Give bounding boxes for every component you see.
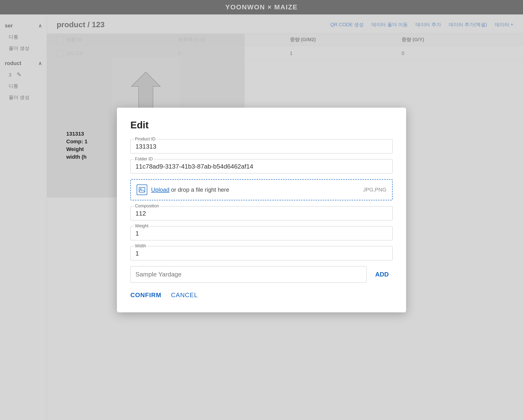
product-id-label: Product ID (134, 136, 156, 142)
upload-icon (137, 184, 147, 195)
modal-actions: CONFIRM CANCEL (131, 291, 392, 299)
svg-marker-0 (131, 72, 160, 108)
composition-input[interactable] (135, 208, 388, 217)
weight-input[interactable] (135, 228, 388, 237)
product-id-field: Product ID (131, 139, 392, 153)
sample-yardage-input[interactable] (131, 266, 367, 283)
sample-add-button[interactable]: ADD (371, 271, 392, 278)
cancel-button[interactable]: CANCEL (171, 291, 198, 299)
product-id-input[interactable] (135, 141, 388, 150)
background-page: YOONWON × MAIZE ser 디통 폴더 생성 roduct 3 ✎ (0, 0, 523, 420)
upload-link[interactable]: Upload (151, 186, 169, 193)
edit-modal: Edit Product ID Folder ID (117, 108, 406, 312)
sample-yardage-row: ADD (131, 266, 392, 283)
svg-point-2 (140, 189, 141, 190)
modal-title: Edit (131, 120, 392, 131)
width-field: Width (131, 246, 392, 260)
width-input[interactable] (135, 248, 388, 257)
upload-text: Upload or drop a file right here (151, 186, 229, 193)
folder-id-field: Folder ID (131, 159, 392, 173)
image-upload-icon (139, 186, 145, 193)
upload-formats: JPG,PNG (363, 187, 386, 193)
confirm-button[interactable]: CONFIRM (131, 291, 161, 299)
upload-left: Upload or drop a file right here (137, 184, 229, 195)
upload-area[interactable]: Upload or drop a file right here JPG,PNG (131, 179, 392, 200)
weight-field: Weight (131, 226, 392, 240)
width-label: Width (134, 244, 147, 248)
composition-field: Composition (131, 206, 392, 220)
modal-overlay: 131313 Comp: 1 Weight width (h 생 닫기 Edit… (0, 0, 523, 420)
svg-rect-1 (139, 187, 145, 192)
weight-label: Weight (134, 223, 149, 229)
composition-label: Composition (134, 204, 160, 209)
folder-id-input[interactable] (135, 161, 388, 170)
folder-id-label: Folder ID (134, 157, 154, 162)
